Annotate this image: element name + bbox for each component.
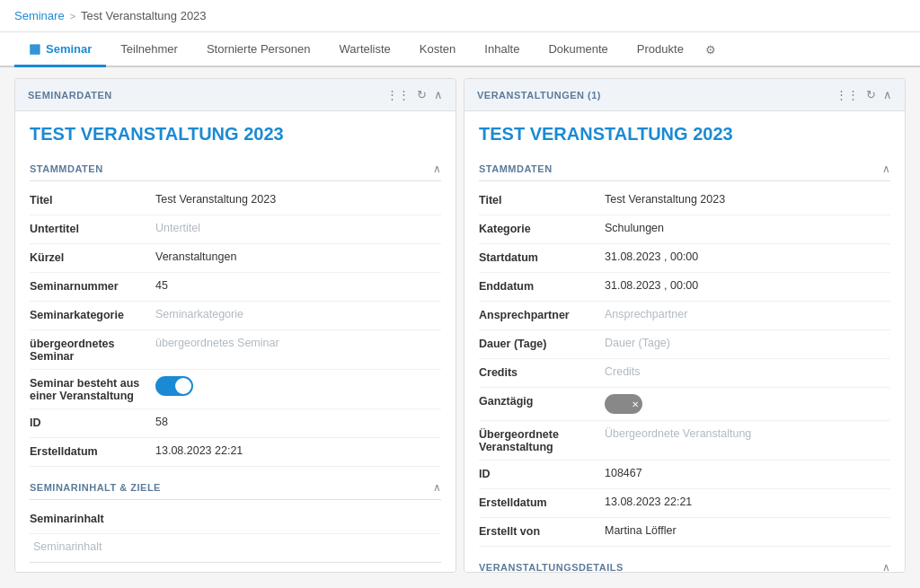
field-row-erstelldatum: Erstelldatum 13.08.2023 22:21 bbox=[30, 438, 441, 467]
field-row-besteht-aus: Seminar besteht auseiner Veranstaltung bbox=[30, 370, 441, 409]
field-value-seminarkategorie: Seminarkategorie bbox=[155, 308, 441, 320]
right-veranstaltungsdetails-toggle[interactable]: ∧ bbox=[882, 561, 890, 573]
right-veranstaltungsdetails-header: VERANSTALTUNGSDETAILS ∧ bbox=[479, 556, 890, 573]
tab-stornierte-label: Stornierte Personen bbox=[207, 42, 311, 56]
right-field-row-uebergeordnete: ÜbergeordneteVeranstaltung Übergeordnete… bbox=[479, 421, 890, 461]
field-value-erstelldatum: 13.08.2023 22:21 bbox=[155, 444, 441, 457]
left-stammdaten-section: STAMMDATEN ∧ Titel Test Veranstaltung 20… bbox=[30, 157, 441, 467]
left-panel-main-title: TEST VERANSTALTUNG 2023 bbox=[30, 124, 441, 145]
right-field-value-enddatum: 31.08.2023 , 00:00 bbox=[605, 279, 890, 292]
field-label-seminarkategorie: Seminarkategorie bbox=[30, 308, 155, 321]
main-content: SEMINARDATEN ⋮⋮ ↻ ∧ TEST VERANSTALTUNG 2… bbox=[0, 67, 920, 584]
right-panel-title: VERANSTALTUNGEN (1) bbox=[477, 90, 601, 101]
right-field-label-enddatum: Enddatum bbox=[479, 279, 605, 293]
right-field-row-ansprechpartner: Ansprechpartner Ansprechpartner bbox=[479, 302, 890, 330]
breadcrumb: Seminare > Test Veranstaltung 2023 bbox=[0, 0, 920, 32]
right-panel-refresh-icon[interactable]: ↻ bbox=[866, 88, 876, 101]
right-panel-body: TEST VERANSTALTUNG 2023 STAMMDATEN ∧ Tit… bbox=[464, 111, 905, 573]
field-value-kuerzel: Veranstaltungen bbox=[155, 250, 441, 263]
tab-dokumente-label: Dokumente bbox=[548, 42, 607, 56]
tab-teilnehmer-label: Teilnehmer bbox=[120, 42, 178, 56]
left-stammdaten-title: STAMMDATEN bbox=[30, 163, 103, 174]
right-field-label-startdatum: Startdatum bbox=[479, 250, 605, 264]
tab-seminar[interactable]: ▦ Seminar bbox=[14, 32, 106, 67]
tab-kosten-label: Kosten bbox=[420, 42, 456, 56]
field-value-besteht-aus bbox=[155, 376, 441, 399]
tab-produkte[interactable]: Produkte bbox=[623, 33, 698, 67]
tab-gear-button[interactable]: ⚙ bbox=[698, 34, 723, 66]
right-field-label-kategorie: Kategorie bbox=[479, 222, 605, 235]
toggle-knob bbox=[175, 378, 191, 394]
right-field-label-id: ID bbox=[479, 467, 605, 480]
left-stammdaten-toggle[interactable]: ∧ bbox=[433, 162, 441, 175]
right-panel-grid-icon[interactable]: ⋮⋮ bbox=[836, 88, 859, 101]
left-panel-header: SEMINARDATEN ⋮⋮ ↻ ∧ bbox=[15, 79, 456, 111]
right-field-label-titel: Titel bbox=[479, 193, 605, 206]
right-field-row-titel: Titel Test Veranstaltung 2023 bbox=[479, 187, 890, 215]
field-value-uebergeordnetes: übergeordnetes Seminar bbox=[155, 337, 441, 349]
left-panel-grid-icon[interactable]: ⋮⋮ bbox=[386, 88, 410, 101]
field-value-untertitel: Untertitel bbox=[155, 222, 441, 234]
right-field-row-erstellt-von: Erstellt von Martina Löffler bbox=[479, 518, 890, 547]
besteht-aus-toggle[interactable] bbox=[155, 376, 193, 396]
tab-teilnehmer[interactable]: Teilnehmer bbox=[106, 33, 192, 67]
left-panel-chevron-icon[interactable]: ∧ bbox=[434, 88, 443, 101]
right-field-row-credits: Credits Credits bbox=[479, 359, 890, 388]
right-field-value-startdatum: 31.08.2023 , 00:00 bbox=[605, 250, 890, 263]
field-label-titel: Titel bbox=[30, 193, 155, 206]
breadcrumb-separator: > bbox=[70, 11, 75, 22]
field-label-erstelldatum: Erstelldatum bbox=[30, 444, 155, 458]
right-field-label-ganztaegig: Ganztägig bbox=[479, 394, 605, 408]
seminar-tab-icon: ▦ bbox=[29, 41, 40, 56]
field-row-seminarziele: Seminarziele bbox=[30, 563, 441, 573]
right-panel-actions: ⋮⋮ ↻ ∧ bbox=[836, 88, 892, 101]
left-panel-actions: ⋮⋮ ↻ ∧ bbox=[386, 88, 443, 101]
field-label-uebergeordnetes: übergeordnetesSeminar bbox=[30, 337, 155, 363]
field-label-seminarinhalt: Seminarinhalt bbox=[30, 512, 155, 525]
right-field-row-id: ID 108467 bbox=[479, 461, 890, 489]
left-stammdaten-header: STAMMDATEN ∧ bbox=[30, 157, 441, 181]
field-label-untertitel: Untertitel bbox=[30, 222, 155, 235]
right-field-value-erstellt-von: Martina Löffler bbox=[605, 524, 890, 537]
right-field-row-kategorie: Kategorie Schulungen bbox=[479, 215, 890, 244]
field-row-kuerzel: Kürzel Veranstaltungen bbox=[30, 244, 441, 273]
left-seminarinhalt-toggle[interactable]: ∧ bbox=[433, 481, 441, 494]
left-seminarinhalt-section: SEMINARINHALT & ZIELE ∧ Seminarinhalt Se… bbox=[30, 476, 441, 573]
right-field-row-ganztaegig: Ganztägig bbox=[479, 388, 890, 421]
right-panel-main-title: TEST VERANSTALTUNG 2023 bbox=[479, 124, 890, 145]
right-field-label-ansprechpartner: Ansprechpartner bbox=[479, 308, 605, 321]
breadcrumb-seminare-link[interactable]: Seminare bbox=[14, 9, 65, 22]
left-panel: SEMINARDATEN ⋮⋮ ↻ ∧ TEST VERANSTALTUNG 2… bbox=[14, 78, 456, 573]
right-field-value-ansprechpartner: Ansprechpartner bbox=[605, 308, 890, 320]
left-panel-refresh-icon[interactable]: ↻ bbox=[417, 88, 427, 101]
right-field-row-erstelldatum: Erstelldatum 13.08.2023 22:21 bbox=[479, 489, 890, 518]
left-panel-body: TEST VERANSTALTUNG 2023 STAMMDATEN ∧ Tit… bbox=[15, 111, 456, 573]
right-field-value-kategorie: Schulungen bbox=[605, 222, 890, 234]
field-row-uebergeordnetes: übergeordnetesSeminar übergeordnetes Sem… bbox=[30, 330, 441, 370]
right-veranstaltungsdetails-section: VERANSTALTUNGSDETAILS ∧ bbox=[479, 556, 890, 573]
field-label-seminarziele: Seminarziele bbox=[30, 569, 155, 573]
right-field-row-enddatum: Enddatum 31.08.2023 , 00:00 bbox=[479, 273, 890, 302]
right-field-row-startdatum: Startdatum 31.08.2023 , 00:00 bbox=[479, 244, 890, 273]
right-stammdaten-toggle[interactable]: ∧ bbox=[882, 162, 890, 175]
right-field-label-credits: Credits bbox=[479, 365, 605, 379]
right-field-row-dauer: Dauer (Tage) Dauer (Tage) bbox=[479, 330, 890, 359]
right-panel-chevron-icon[interactable]: ∧ bbox=[883, 88, 892, 101]
tab-dokumente[interactable]: Dokumente bbox=[534, 33, 622, 67]
breadcrumb-current: Test Veranstaltung 2023 bbox=[81, 9, 207, 22]
left-seminarinhalt-header: SEMINARINHALT & ZIELE ∧ bbox=[30, 476, 441, 500]
right-field-value-ganztaegig bbox=[605, 394, 890, 414]
left-seminarinhalt-title: SEMINARINHALT & ZIELE bbox=[30, 482, 161, 493]
tab-stornierte[interactable]: Stornierte Personen bbox=[192, 33, 325, 67]
field-row-untertitel: Untertitel Untertitel bbox=[30, 215, 441, 244]
right-field-value-erstelldatum: 13.08.2023 22:21 bbox=[605, 496, 890, 508]
tab-inhalte[interactable]: Inhalte bbox=[470, 33, 534, 67]
right-panel-header: VERANSTALTUNGEN (1) ⋮⋮ ↻ ∧ bbox=[464, 79, 905, 111]
tab-kosten[interactable]: Kosten bbox=[405, 33, 470, 67]
field-value-seminarinhalt: Seminarinhalt bbox=[30, 540, 441, 553]
field-row-seminarnummer: Seminarnummer 45 bbox=[30, 273, 441, 302]
tab-warteliste[interactable]: Warteliste bbox=[325, 33, 405, 67]
right-field-label-erstelldatum: Erstelldatum bbox=[479, 496, 605, 509]
field-value-id: 58 bbox=[155, 416, 441, 428]
ganztaegig-toggle[interactable] bbox=[605, 394, 642, 414]
